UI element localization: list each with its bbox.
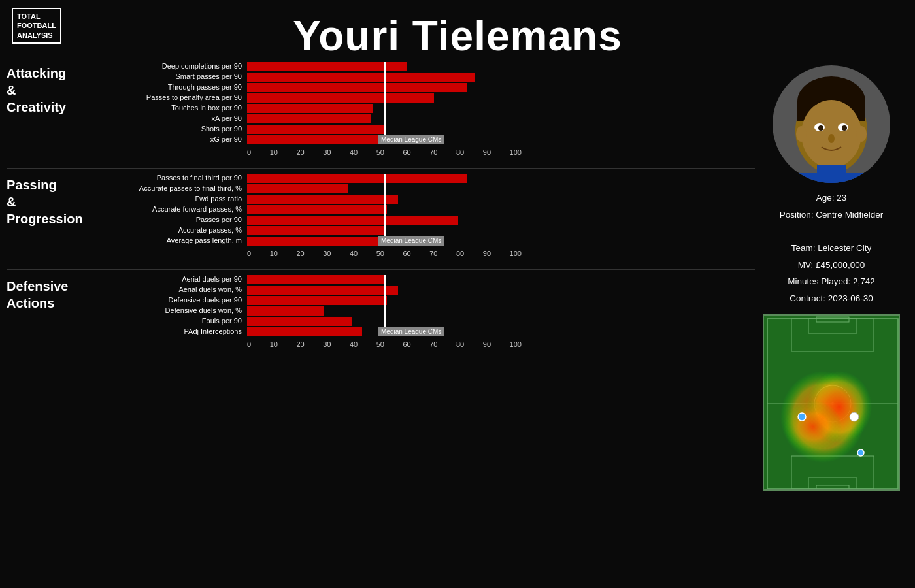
chart-area-attacking: Deep completions per 90Smart passes per … (111, 62, 755, 156)
bar-fill (247, 73, 475, 82)
section-defensive: Defensive ActionsAerial duels per 90Aeri… (7, 275, 755, 348)
bar-track (247, 93, 755, 103)
row-label: PAdj Interceptions (111, 327, 242, 336)
x-axis-label: 0 (247, 340, 251, 348)
chart-row: xA per 90 (111, 114, 755, 123)
logo: TOTAL FOOTBALL ANALYSIS (12, 8, 61, 44)
x-axis-label: 80 (456, 148, 464, 156)
bar-track (247, 125, 755, 134)
logo-line2: FOOTBALL (17, 22, 56, 29)
section-divider (7, 168, 755, 169)
bar-track (247, 286, 755, 295)
svg-point-28 (850, 412, 859, 421)
player-contract: Contract: 2023-06-30 (759, 290, 903, 307)
x-axis-label: 70 (429, 148, 437, 156)
chart-row: Aerial duels won, % (111, 286, 755, 295)
x-axis-label: 10 (270, 250, 278, 257)
bar-fill (247, 184, 348, 193)
bar-fill (247, 286, 398, 295)
x-axis-label: 30 (323, 340, 331, 348)
svg-rect-12 (792, 173, 871, 183)
x-axis-label: 100 (510, 148, 522, 156)
bar-track (247, 195, 755, 204)
chart-row: Defensive duels per 90 (111, 296, 755, 305)
x-axis-label: 30 (323, 250, 331, 257)
x-axis-label: 40 (350, 340, 358, 348)
x-axis-label: 40 (350, 148, 358, 156)
row-label: xG per 90 (111, 135, 242, 144)
chart-row: Aerial duels per 90 (111, 275, 755, 284)
row-label: Touches in box per 90 (111, 104, 242, 112)
bar-fill (247, 237, 384, 246)
bar-track (247, 327, 755, 336)
player-info: Age: 23 Position: Centre Midfielder Team… (759, 189, 903, 306)
row-label: Smart passes per 90 (111, 73, 242, 81)
bar-fill (247, 216, 458, 225)
bar-fill (247, 195, 398, 204)
bar-track (247, 306, 755, 316)
x-axis-label: 50 (376, 148, 384, 156)
row-label: xA per 90 (111, 114, 242, 123)
row-label: Passes per 90 (111, 216, 242, 224)
row-label: Defensive duels won, % (111, 306, 242, 315)
row-label: Passes to penalty area per 90 (111, 93, 242, 102)
chart-row: Accurate passes, % (111, 226, 755, 235)
x-axis-label: 30 (323, 148, 331, 156)
x-axis-label: 50 (376, 340, 384, 348)
x-axis-label: 80 (456, 340, 464, 348)
row-label: Accurate passes, % (111, 226, 242, 235)
x-axis-label: 50 (376, 250, 384, 257)
player-position: Position: Centre Midfielder (759, 206, 903, 223)
bar-track (247, 135, 755, 144)
svg-point-9 (796, 126, 807, 142)
section-label-defensive: Defensive Actions (7, 275, 111, 312)
heatmap (763, 314, 900, 491)
bar-fill (247, 296, 387, 305)
x-axis-label: 60 (403, 250, 410, 257)
bar-track (247, 317, 755, 326)
x-axis-label: 40 (350, 250, 358, 257)
section-attacking: Attacking & CreativityDeep completions p… (7, 62, 755, 156)
row-label: Shots per 90 (111, 125, 242, 133)
row-label: Fouls per 90 (111, 317, 242, 325)
row-label: Fwd pass ratio (111, 195, 242, 203)
x-axis-label: 100 (510, 250, 522, 257)
player-age: Age: 23 (759, 189, 903, 206)
row-label: Through passes per 90 (111, 83, 242, 91)
bar-fill (247, 114, 371, 123)
bar-track (247, 226, 755, 235)
chart-area-passing: Passes to final third per 90Accurate pas… (111, 174, 755, 257)
player-mv: MV: £45,000,000 (759, 257, 903, 274)
x-axis-label: 0 (247, 250, 251, 257)
median-label: Median League CMs (378, 327, 444, 336)
chart-row: Deep completions per 90 (111, 62, 755, 71)
chart-row: Passes to final third per 90 (111, 174, 755, 183)
section-passing: Passing & ProgressionPasses to final thi… (7, 174, 755, 257)
row-label: Aerial duels per 90 (111, 275, 242, 284)
svg-point-6 (818, 125, 824, 131)
bar-fill (247, 62, 407, 71)
row-label: Deep completions per 90 (111, 62, 242, 71)
x-axis-label: 60 (403, 340, 410, 348)
x-axis-label: 10 (270, 340, 278, 348)
bar-fill (247, 306, 324, 316)
bar-fill (247, 93, 434, 103)
section-label-attacking: Attacking & Creativity (7, 62, 111, 116)
right-panel: Age: 23 Position: Centre Midfielder Team… (759, 65, 903, 491)
x-axis-labels: 0102030405060708090100 (247, 148, 522, 156)
svg-point-27 (798, 413, 806, 421)
chart-row: Defensive duels won, % (111, 306, 755, 316)
chart-row: Passes to penalty area per 90 (111, 93, 755, 103)
chart-row: Accurate forward passes, % (111, 205, 755, 214)
x-axis-label: 10 (270, 148, 278, 156)
bar-fill (247, 317, 352, 326)
x-axis-label: 70 (429, 250, 437, 257)
svg-point-10 (856, 126, 867, 142)
bar-fill (247, 327, 362, 336)
x-axis-label: 0 (247, 148, 251, 156)
bar-track (247, 104, 755, 113)
bar-track (247, 62, 755, 71)
bar-track (247, 114, 755, 123)
svg-point-7 (842, 125, 847, 131)
x-axis-label: 70 (429, 340, 437, 348)
